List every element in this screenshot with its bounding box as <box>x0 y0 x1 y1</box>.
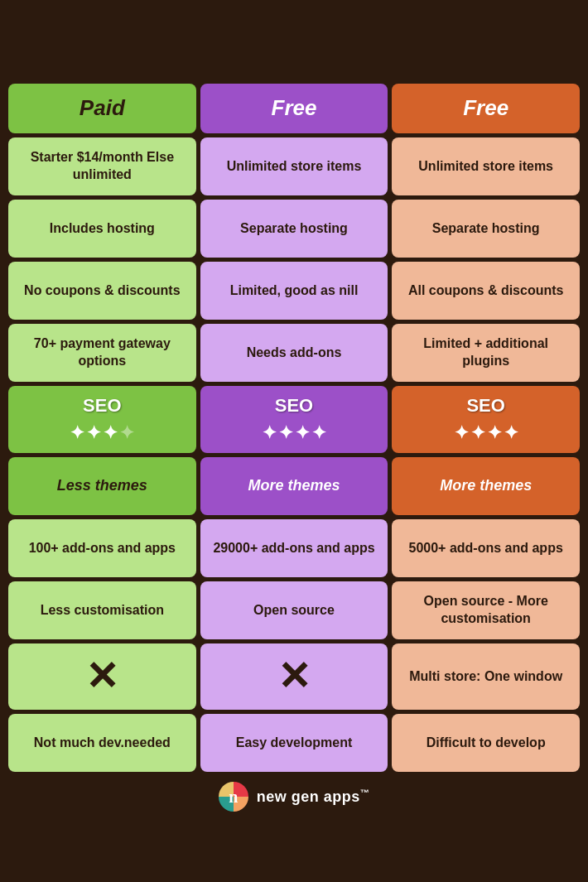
star-filled: ✦ <box>454 422 469 446</box>
cell-magento-row8: Open source - More customisation <box>392 581 580 639</box>
cell-shopify-row2: Includes hosting <box>8 200 196 258</box>
cell-shopify-title: Paid <box>8 84 196 133</box>
cell-woo-row3: Limited, good as nill <box>200 262 388 320</box>
cell-woo-row4: Needs add-ons <box>200 324 388 382</box>
seo-stars: ✦✦✦✦ <box>262 422 326 446</box>
cell-magento-title: Free <box>392 84 580 133</box>
cell-woo-row2: Separate hosting <box>200 200 388 258</box>
seo-label: SEO <box>466 394 504 418</box>
cell-shopify-row4: 70+ payment gateway options <box>8 324 196 382</box>
star-filled: ✦ <box>86 422 101 446</box>
cell-shopify-row1: Starter $14/month Else unlimited <box>8 137 196 195</box>
cell-shopify-xrow: ✕ <box>8 643 196 710</box>
star-filled: ✦ <box>70 422 84 446</box>
star-filled: ✦ <box>262 422 277 446</box>
brand-name: new gen apps™ <box>257 788 370 806</box>
cell-shopify-row7: 100+ add-ons and apps <box>8 519 196 577</box>
cell-magento-row6: More themes <box>392 457 580 515</box>
star-filled: ✦ <box>295 422 310 446</box>
seo-label: SEO <box>275 394 313 418</box>
star-filled: ✦ <box>470 422 485 446</box>
cell-shopify-row8: Less customisation <box>8 581 196 639</box>
seo-stars: ✦✦✦✦ <box>70 422 134 446</box>
comparison-card: PaidFreeFreeStarter $14/month Else unlim… <box>0 58 588 824</box>
cell-woo-xrow: ✕ <box>200 643 388 710</box>
cell-woo-row10: Easy development <box>200 714 388 772</box>
seo-stars: ✦✦✦✦ <box>454 422 518 446</box>
star-filled: ✦ <box>504 422 518 446</box>
header-shopify <box>8 66 196 80</box>
cell-woo-title: Free <box>200 84 388 133</box>
cell-magento-row2: Separate hosting <box>392 200 580 258</box>
header-row <box>8 66 580 80</box>
star-empty: ✦ <box>119 422 134 446</box>
cell-shopify-row3: No coupons & discounts <box>8 262 196 320</box>
cell-woo-row8: Open source <box>200 581 388 639</box>
cell-shopify-row10: Not much dev.needed <box>8 714 196 772</box>
logo-letter: n <box>229 788 238 807</box>
trademark: ™ <box>360 788 370 798</box>
cell-magento-row4: Limited + additional plugins <box>392 324 580 382</box>
footer: n new gen apps™ <box>8 782 580 812</box>
star-filled: ✦ <box>278 422 293 446</box>
seo-label: SEO <box>83 394 121 418</box>
cell-magento-xrow: Multi store: One window <box>392 643 580 710</box>
star-filled: ✦ <box>487 422 502 446</box>
header-woocommerce <box>200 66 388 80</box>
cell-woo-row6: More themes <box>200 457 388 515</box>
x-mark: ✕ <box>85 657 118 696</box>
cell-magento-row7: 5000+ add-ons and apps <box>392 519 580 577</box>
cell-shopify-seo: SEO✦✦✦✦ <box>8 386 196 453</box>
cell-woo-seo: SEO✦✦✦✦ <box>200 386 388 453</box>
header-magento <box>392 66 580 80</box>
cell-magento-row1: Unlimited store items <box>392 137 580 195</box>
cell-woo-row1: Unlimited store items <box>200 137 388 195</box>
cell-magento-seo: SEO✦✦✦✦ <box>392 386 580 453</box>
cell-magento-row3: All coupons & discounts <box>392 262 580 320</box>
cell-shopify-row6: Less themes <box>8 457 196 515</box>
cell-magento-row10: Difficult to develop <box>392 714 580 772</box>
cell-woo-row7: 29000+ add-ons and apps <box>200 519 388 577</box>
star-filled: ✦ <box>103 422 118 446</box>
star-filled: ✦ <box>311 422 326 446</box>
comparison-grid: PaidFreeFreeStarter $14/month Else unlim… <box>8 84 580 772</box>
x-mark: ✕ <box>277 657 311 696</box>
brand-logo: n <box>219 782 248 812</box>
